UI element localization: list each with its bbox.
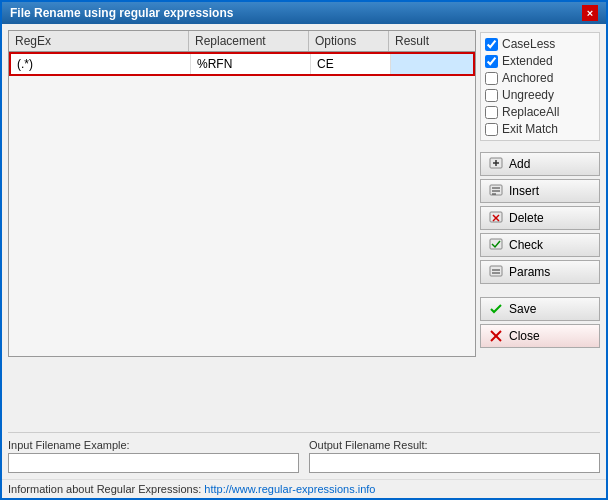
main-area: RegEx Replacement Options Result (.*) %R… (8, 30, 600, 428)
input-filename-label: Input Filename Example: (8, 439, 299, 451)
delete-icon (489, 211, 503, 225)
filename-row: Input Filename Example: Output Filename … (8, 439, 600, 473)
add-button[interactable]: Add (480, 152, 600, 176)
save-icon (489, 302, 503, 316)
output-filename-field[interactable] (309, 453, 600, 473)
check-button[interactable]: Check (480, 233, 600, 257)
checkbox-ungreedy-input[interactable] (485, 89, 498, 102)
save-button[interactable]: Save (480, 297, 600, 321)
checkbox-group: CaseLess Extended Anchored Ungreedy (480, 32, 600, 141)
close-label: Close (509, 329, 540, 343)
cell-result (391, 54, 473, 74)
col-header-options: Options (309, 31, 389, 51)
save-label: Save (509, 302, 536, 316)
info-link[interactable]: http://www.regular-expressions.info (204, 483, 375, 495)
svg-rect-11 (490, 266, 502, 276)
delete-label: Delete (509, 211, 544, 225)
main-window: File Rename using regular expressions × … (0, 0, 608, 500)
checkbox-extended-label: Extended (502, 54, 553, 68)
params-button[interactable]: Params (480, 260, 600, 284)
cell-options: CE (311, 54, 391, 74)
checkbox-anchored-input[interactable] (485, 72, 498, 85)
checkbox-caseless-label: CaseLess (502, 37, 555, 51)
window-close-button[interactable]: × (582, 5, 598, 21)
content-area: RegEx Replacement Options Result (.*) %R… (2, 24, 606, 479)
bottom-area: Input Filename Example: Output Filename … (8, 432, 600, 473)
add-label: Add (509, 157, 530, 171)
insert-label: Insert (509, 184, 539, 198)
input-filename-group: Input Filename Example: (8, 439, 299, 473)
output-filename-label: Output Filename Result: (309, 439, 600, 451)
col-header-replacement: Replacement (189, 31, 309, 51)
checkbox-extended[interactable]: Extended (485, 54, 595, 68)
close-icon (489, 329, 503, 343)
col-header-result: Result (389, 31, 475, 51)
insert-icon (489, 184, 503, 198)
checkbox-ungreedy[interactable]: Ungreedy (485, 88, 595, 102)
checkbox-ungreedy-label: Ungreedy (502, 88, 554, 102)
action-button-group: Add Insert (480, 152, 600, 348)
cell-replacement: %RFN (191, 54, 311, 74)
table-row[interactable]: (.*) %RFN CE (9, 52, 475, 76)
checkbox-extended-input[interactable] (485, 55, 498, 68)
input-filename-field[interactable] (8, 453, 299, 473)
checkbox-caseless-input[interactable] (485, 38, 498, 51)
svg-rect-10 (490, 239, 502, 249)
params-label: Params (509, 265, 550, 279)
checkbox-caseless[interactable]: CaseLess (485, 37, 595, 51)
checkbox-anchored[interactable]: Anchored (485, 71, 595, 85)
close-button[interactable]: Close (480, 324, 600, 348)
info-text: Information about Regular Expressions: (8, 483, 204, 495)
delete-button[interactable]: Delete (480, 206, 600, 230)
table-body-empty[interactable] (9, 76, 475, 356)
checkbox-replaceall-input[interactable] (485, 106, 498, 119)
info-bar: Information about Regular Expressions: h… (2, 479, 606, 498)
right-panel: CaseLess Extended Anchored Ungreedy (480, 30, 600, 428)
checkbox-anchored-label: Anchored (502, 71, 553, 85)
checkbox-replaceall[interactable]: ReplaceAll (485, 105, 595, 119)
table-header: RegEx Replacement Options Result (9, 31, 475, 52)
left-panel: RegEx Replacement Options Result (.*) %R… (8, 30, 476, 428)
regex-table-container: RegEx Replacement Options Result (.*) %R… (8, 30, 476, 357)
check-icon (489, 238, 503, 252)
cell-regex: (.*) (11, 54, 191, 74)
checkbox-replaceall-label: ReplaceAll (502, 105, 559, 119)
check-label: Check (509, 238, 543, 252)
title-bar: File Rename using regular expressions × (2, 2, 606, 24)
checkbox-exitmatch-label: Exit Match (502, 122, 558, 136)
insert-button[interactable]: Insert (480, 179, 600, 203)
add-icon (489, 157, 503, 171)
checkbox-exitmatch[interactable]: Exit Match (485, 122, 595, 136)
output-filename-group: Output Filename Result: (309, 439, 600, 473)
window-title: File Rename using regular expressions (10, 6, 233, 20)
col-header-regex: RegEx (9, 31, 189, 51)
params-icon (489, 265, 503, 279)
checkbox-exitmatch-input[interactable] (485, 123, 498, 136)
